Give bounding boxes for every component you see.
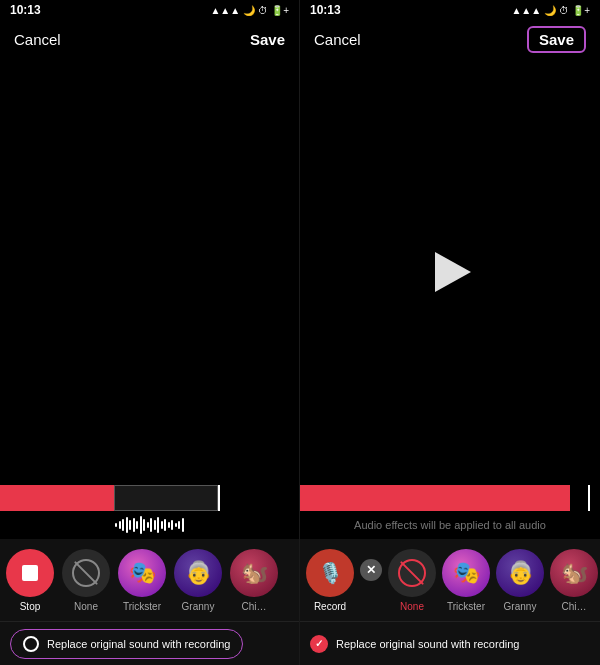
stop-button[interactable] [6,549,54,597]
wifi-icon-left: 🌙 [243,5,255,16]
granny-effect-left: 👵 Granny [174,549,222,612]
none-circle-right[interactable] [388,549,436,597]
none-icon-left [72,559,100,587]
status-icons-right: ▲▲▲ 🌙 ⏱ 🔋+ [511,5,590,16]
dismiss-button[interactable]: ✕ [360,559,382,581]
mic-icon: 🎙️ [318,561,343,585]
timeline-cursor-right [588,485,590,511]
granny-effect-right: 👵 Granny [496,549,544,612]
chipmunk-effect-right: 🐿️ Chi… [550,549,598,612]
record-label: Record [314,601,346,612]
chipmunk-icon-left: 🐿️ [241,560,268,586]
audio-effects-area: Audio effects will be applied to all aud… [300,511,600,539]
chipmunk-avatar-left[interactable]: 🐿️ [230,549,278,597]
trickster-effect-right: 🎭 Trickster [442,549,490,612]
stop-label: Stop [20,601,41,612]
record-effect-item: 🎙️ Record [306,549,354,612]
replace-checkbox-left[interactable] [23,636,39,652]
battery-icon-right: 🔋+ [572,5,590,16]
save-button-right[interactable]: Save [527,26,586,53]
none-circle-left[interactable] [62,549,110,597]
status-bar-right: 10:13 ▲▲▲ 🌙 ⏱ 🔋+ [300,0,600,20]
trickster-label-right: Trickster [447,601,485,612]
trickster-icon-right: 🎭 [453,560,480,586]
status-time-left: 10:13 [10,3,41,17]
chipmunk-icon-right: 🐿️ [561,560,588,586]
effects-row-right: 🎙️ Record ✕ None [300,539,600,621]
status-bar-left: 10:13 ▲▲▲ 🌙 ⏱ 🔋+ [0,0,299,20]
none-effect-item-left: None [62,549,110,612]
stop-effect-item: Stop [6,549,54,612]
trickster-label-left: Trickster [123,601,161,612]
video-area-right [300,58,600,485]
play-button[interactable] [435,252,471,292]
timeline-dark-box-left [114,485,219,511]
panel-left: 10:13 ▲▲▲ 🌙 ⏱ 🔋+ Cancel Save [0,0,300,665]
trickster-avatar-left[interactable]: 🎭 [118,549,166,597]
timeline-right [300,485,600,511]
granny-avatar-left[interactable]: 👵 [174,549,222,597]
battery-icon-left: 🔋+ [271,5,289,16]
audio-effects-text: Audio effects will be applied to all aud… [354,519,546,531]
trickster-avatar-right[interactable]: 🎭 [442,549,490,597]
panel-right: 10:13 ▲▲▲ 🌙 ⏱ 🔋+ Cancel Save Audio effec… [300,0,600,665]
replace-row-left: Replace original sound with recording [0,621,299,665]
nav-bar-left: Cancel Save [0,20,299,58]
none-icon-right [398,559,426,587]
granny-label-right: Granny [504,601,537,612]
battery-right: ⏱ [559,5,569,16]
trickster-icon-left: 🎭 [129,560,156,586]
timeline-left [0,485,299,511]
effects-row-left: Stop None 🎭 Trickster [0,539,299,621]
save-button-left[interactable]: Save [250,31,285,48]
status-time-right: 10:13 [310,3,341,17]
timeline-cursor-left [218,485,220,511]
waveform-left [115,516,184,534]
granny-label-left: Granny [182,601,215,612]
granny-avatar-right[interactable]: 👵 [496,549,544,597]
granny-icon-right: 👵 [507,560,534,586]
none-label-right: None [400,601,424,612]
wifi-icon-right: 🌙 [544,5,556,16]
stop-square-icon [22,565,38,581]
chipmunk-label-left: Chi… [241,601,266,612]
granny-icon-left: 👵 [185,560,212,586]
trickster-effect-left: 🎭 Trickster [118,549,166,612]
battery-left: ⏱ [258,5,268,16]
timeline-red-right [300,485,570,511]
signal-icon-left: ▲▲▲ [210,5,240,16]
replace-checkbox-right[interactable]: ✓ [310,635,328,653]
replace-text-right: Replace original sound with recording [336,638,519,650]
status-icons-left: ▲▲▲ 🌙 ⏱ 🔋+ [210,5,289,16]
record-button[interactable]: 🎙️ [306,549,354,597]
chipmunk-effect-left: 🐿️ Chi… [230,549,278,612]
cancel-button-left[interactable]: Cancel [14,31,61,48]
none-effect-item-right: None [388,549,436,612]
replace-text-left: Replace original sound with recording [47,638,230,650]
x-icon: ✕ [366,564,376,576]
none-label-left: None [74,601,98,612]
dismiss-item: ✕ [360,559,382,581]
checkmark-icon: ✓ [315,639,323,649]
signal-icon-right: ▲▲▲ [511,5,541,16]
video-area-left [0,58,299,485]
replace-row-inner-left[interactable]: Replace original sound with recording [10,629,243,659]
chipmunk-label-right: Chi… [561,601,586,612]
chipmunk-avatar-right[interactable]: 🐿️ [550,549,598,597]
replace-row-right: ✓ Replace original sound with recording [300,621,600,665]
cancel-button-right[interactable]: Cancel [314,31,361,48]
waveform-area-left [0,511,299,539]
nav-bar-right: Cancel Save [300,20,600,58]
